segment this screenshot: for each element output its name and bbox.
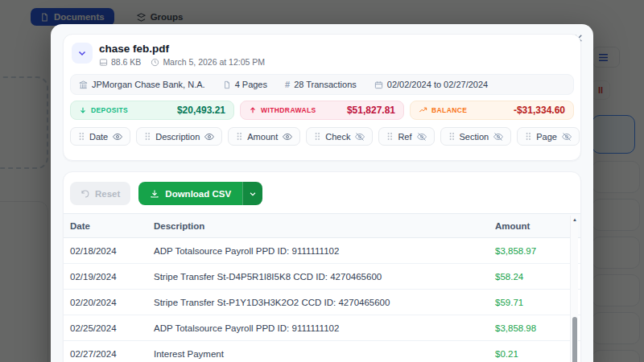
column-chip-page[interactable]: Page (517, 127, 580, 146)
table-row[interactable]: 02/20/2024 Stripe Transfer St-P1Y1D3H3K2… (64, 290, 580, 315)
column-chip-amount[interactable]: Amount (228, 127, 300, 146)
file-modified: March 5, 2026 at 12:05 PM (151, 57, 265, 67)
file-name: chase feb.pdf (99, 43, 265, 55)
drag-handle-icon[interactable] (144, 132, 151, 141)
withdrawals-label: WITHDRAWALS (261, 106, 316, 114)
scrollbar-thumb[interactable] (572, 317, 577, 362)
chevron-down-icon (77, 48, 87, 58)
withdrawals-stat: WITHDRAWALS $51,827.81 (240, 101, 404, 120)
bank-name: JPMorgan Chase Bank, N.A. (79, 80, 205, 89)
header-amount[interactable]: Amount (489, 221, 580, 231)
statement-date-range: 02/02/2024 to 02/27/2024 (374, 80, 488, 89)
scroll-up-arrow[interactable]: ▲ (572, 217, 578, 222)
calendar-icon (374, 80, 383, 89)
download-icon (150, 189, 159, 199)
column-chip-date[interactable]: Date (70, 127, 130, 146)
bank-icon (79, 80, 88, 89)
reset-icon (80, 189, 90, 199)
file-summary-card: chase feb.pdf 88.6 KB March (63, 34, 581, 161)
transactions-card: Reset Download CSV Date (63, 171, 581, 362)
column-toggle-row: Date Description Amount Check (70, 127, 574, 146)
column-chip-description[interactable]: Description (136, 127, 222, 146)
file-size: 88.6 KB (99, 57, 141, 67)
eye-off-icon[interactable] (355, 132, 365, 142)
drag-handle-icon[interactable] (78, 132, 85, 141)
table-row[interactable]: 02/18/2024 ADP Totalsource Payroll PPD I… (64, 238, 580, 264)
header-date[interactable]: Date (64, 221, 147, 231)
clock-icon (151, 58, 159, 67)
balance-value: -$31,334.60 (514, 105, 565, 116)
drag-handle-icon[interactable] (448, 132, 455, 141)
eye-off-icon[interactable] (493, 132, 503, 142)
drag-handle-icon[interactable] (386, 132, 393, 141)
collapse-file-button[interactable] (72, 43, 93, 64)
deposits-label: DEPOSITS (91, 106, 128, 114)
eye-off-icon[interactable] (417, 132, 427, 142)
drag-handle-icon[interactable] (236, 132, 242, 141)
eye-icon[interactable] (283, 132, 292, 142)
file-header-row: chase feb.pdf 88.6 KB March (70, 43, 574, 67)
transaction-count: # 28 Transactions (285, 80, 357, 89)
deposits-stat: DEPOSITS $20,493.21 (70, 101, 234, 120)
transactions-table: Date Description Amount 02/18/2024 ADP T… (64, 213, 580, 362)
page-icon (223, 80, 231, 89)
document-detail-modal: chase feb.pdf 88.6 KB March (51, 24, 593, 362)
column-chip-check[interactable]: Check (306, 127, 373, 146)
balance-label: BALANCE (431, 106, 467, 114)
table-scrollbar[interactable]: ▲ (570, 216, 578, 362)
deposits-value: $20,493.21 (177, 105, 225, 116)
column-chip-ref[interactable]: Ref (378, 127, 434, 146)
eye-icon[interactable] (113, 132, 122, 142)
download-options-chevron[interactable] (242, 182, 262, 205)
table-row[interactable]: 02/25/2024 ADP Totalsource Payroll PPD I… (64, 315, 580, 341)
drag-handle-icon[interactable] (525, 132, 531, 141)
table-row[interactable]: 02/27/2024 Interest Payment $0.21 (64, 341, 580, 362)
storage-icon (99, 58, 108, 67)
statement-meta-bar: JPMorgan Chase Bank, N.A. 4 Pages # 28 T… (70, 74, 574, 95)
header-description[interactable]: Description (147, 221, 489, 231)
drag-handle-icon[interactable] (314, 132, 320, 141)
file-meta-row: 88.6 KB March 5, 2026 at 12:05 PM (99, 57, 265, 67)
arrow-up-icon (249, 106, 257, 114)
table-header-row: Date Description Amount (64, 214, 580, 238)
eye-icon[interactable] (204, 132, 214, 142)
column-chip-section[interactable]: Section (440, 127, 512, 146)
download-csv-button[interactable]: Download CSV (138, 182, 262, 205)
trending-up-icon (419, 106, 427, 114)
reset-button[interactable]: Reset (70, 182, 130, 205)
stats-row: DEPOSITS $20,493.21 WITHDRAWALS $51,827.… (70, 101, 574, 120)
arrow-down-icon (79, 106, 87, 114)
page-count: 4 Pages (223, 80, 267, 89)
file-info: chase feb.pdf 88.6 KB March (99, 43, 265, 67)
eye-off-icon[interactable] (562, 132, 572, 142)
withdrawals-value: $51,827.81 (347, 105, 395, 116)
hash-icon: # (285, 80, 290, 89)
balance-stat: BALANCE -$31,334.60 (410, 101, 574, 120)
table-toolbar: Reset Download CSV (64, 172, 580, 213)
screen: Documents Groups ll (0, 0, 644, 362)
table-row[interactable]: 02/19/2024 Stripe Transfer St-D4P5R1I8I5… (64, 264, 580, 290)
